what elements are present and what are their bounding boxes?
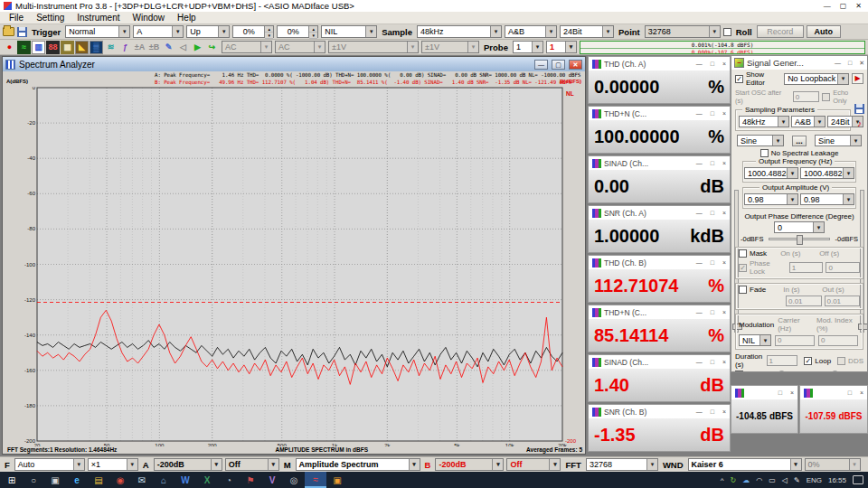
panel-maximize-icon[interactable]: □ [711, 408, 714, 415]
auto-button[interactable]: Auto [807, 25, 841, 38]
ddp-panel-titlebar[interactable]: SNR (Ch. B)—□× [589, 405, 730, 418]
panel-minimize-icon[interactable]: — [696, 160, 703, 166]
panel-close-icon[interactable]: × [860, 389, 863, 396]
wifi-icon[interactable]: ◠ [756, 476, 762, 484]
trigger-level-spinner[interactable]: 0%▴▾ [232, 25, 274, 38]
ddp-panel-titlebar[interactable]: SNR (Ch. A)—□× [589, 206, 730, 220]
store-icon[interactable]: ⌂ [153, 472, 175, 488]
b-range-dropdown[interactable]: -200dB [435, 458, 504, 471]
spinner-down-icon[interactable]: ▾ [309, 33, 317, 39]
panel-maximize-icon[interactable]: □ [711, 160, 714, 166]
ddp-panel-titlebar[interactable]: SINAD (Ch...—□× [589, 355, 730, 369]
trigger-source-dropdown[interactable]: A [133, 25, 184, 38]
ddp-panel-titlebar[interactable]: THD (Ch. A)—□× [589, 57, 730, 70]
open-icon[interactable] [3, 27, 14, 36]
app-maximize-icon[interactable]: ▢ [840, 2, 847, 10]
onedrive-icon[interactable]: ☁ [742, 476, 750, 484]
music-note-icon[interactable]: ♪ [857, 118, 862, 128]
spectrum-3d-plot-icon[interactable]: ◣ [75, 41, 89, 54]
menu-item-help[interactable]: Help [171, 13, 203, 23]
app-close-icon[interactable]: ✕ [855, 2, 862, 10]
siggen-close-icon[interactable]: ✕ [859, 60, 864, 67]
volume-icon[interactable]: ◁ [782, 476, 788, 484]
modulation-dropdown[interactable]: NIL [739, 334, 771, 346]
record-icon[interactable]: ● [3, 41, 16, 54]
panel-maximize-icon[interactable]: □ [711, 210, 714, 216]
menu-item-window[interactable]: Window [127, 13, 172, 23]
spectrum-window-titlebar[interactable]: Spectrum Analyzer — ▢ ✕ [3, 57, 585, 71]
package-icon[interactable]: ▣ [326, 472, 348, 488]
spinner-down-icon[interactable]: ▾ [265, 33, 273, 39]
menu-item-instrument[interactable]: Instrument [71, 13, 126, 23]
spectrogram-icon[interactable]: ▒ [90, 41, 103, 54]
ddp-small-b-titlebar[interactable]: □× [800, 386, 867, 399]
notification-center-icon[interactable] [853, 475, 863, 484]
spinner-up-icon[interactable]: ▴ [309, 26, 317, 33]
file-explorer-icon[interactable]: ▤ [88, 472, 109, 488]
signal-generator-titlebar[interactable]: ~ Signal Gener... — □ ✕ [731, 56, 867, 70]
waveform-b-dropdown[interactable]: Sine [815, 135, 862, 146]
panel-close-icon[interactable]: × [722, 309, 726, 315]
ddp-panel-titlebar[interactable]: SINAD (Ch...—□× [589, 156, 730, 170]
siggen-minimize-icon[interactable]: — [835, 60, 841, 66]
spectrum-close-icon[interactable]: ✕ [569, 60, 582, 70]
search-icon[interactable]: ○ [23, 472, 44, 488]
frequency-a-dropdown[interactable]: 1000.4882812 [744, 167, 798, 179]
excel-icon[interactable]: X [196, 472, 218, 488]
zoom-dropdown[interactable]: ×1 [88, 458, 138, 471]
amplitude-b-dropdown[interactable]: 0.98 [800, 193, 854, 205]
panel-minimize-icon[interactable]: — [696, 61, 703, 67]
menu-item-file[interactable]: File [3, 13, 30, 23]
points-dropdown[interactable]: 32768 [645, 25, 721, 38]
run-continuous-icon[interactable]: ↪ [205, 41, 219, 54]
edge-icon[interactable]: e [66, 472, 88, 488]
probe-a-dropdown[interactable]: 1 [513, 41, 543, 53]
panel-maximize-icon[interactable]: □ [711, 359, 714, 365]
panel-maximize-icon[interactable]: □ [711, 61, 714, 67]
panel-minimize-icon[interactable]: — [696, 359, 703, 365]
panel-maximize-icon[interactable]: □ [711, 259, 714, 266]
freq-axis-dropdown[interactable]: Auto [14, 458, 85, 471]
chrome-icon[interactable]: ◉ [109, 472, 131, 488]
panel-minimize-icon[interactable]: — [696, 210, 703, 216]
loop-checkbox[interactable] [804, 357, 812, 365]
spectrum-analyzer-icon[interactable]: ▥ [32, 41, 45, 54]
frequency-b-dropdown[interactable]: 1000.4882812 [800, 167, 854, 179]
panel-close-icon[interactable]: × [722, 259, 726, 266]
tray-expand-icon[interactable]: ^ [721, 476, 724, 484]
spectrum-restore-icon[interactable]: ▢ [552, 60, 565, 70]
fade-checkbox[interactable] [739, 286, 747, 294]
fft-size-dropdown[interactable]: 32768 [586, 458, 658, 471]
b-shift-dropdown[interactable]: Off [506, 458, 561, 471]
channels-dropdown[interactable]: A&B [505, 25, 557, 38]
sample-rate-dropdown[interactable]: 48kHz [417, 25, 502, 38]
spectrum-plot[interactable]: 20501002005001k2k5k10k20k0-20-40-60-80-1… [3, 87, 587, 446]
defender-icon[interactable]: ↻ [731, 476, 737, 484]
save-waveform-icon[interactable] [854, 104, 864, 114]
a-range-dropdown[interactable]: -200dB [154, 458, 222, 471]
oscilloscope-icon[interactable]: ≈ [17, 41, 31, 54]
no-spectral-leakage-checkbox[interactable] [760, 149, 769, 157]
trigger-delay-spinner[interactable]: 0%▴▾ [277, 25, 318, 38]
panel-close-icon[interactable]: × [790, 389, 794, 396]
pen-icon[interactable]: ✎ [794, 476, 800, 484]
clock[interactable]: 16:55 [828, 476, 846, 484]
roll-checkbox-box[interactable] [723, 28, 731, 36]
ddp-small-a-titlebar[interactable]: □× [731, 386, 797, 399]
waveform-a-dropdown[interactable]: Sine [737, 135, 784, 146]
probe-b-dropdown[interactable]: 1 [546, 41, 577, 53]
hpf-dropdown[interactable]: NIL [321, 25, 377, 38]
ddp-panel-titlebar[interactable]: THD (Ch. B)—□× [589, 256, 730, 269]
language-indicator[interactable]: ENG [807, 476, 822, 484]
generator-play-icon[interactable]: ▶ [852, 73, 863, 84]
sweep-checkbox[interactable] [735, 371, 743, 372]
data-logger-icon[interactable]: ≋ [104, 41, 118, 54]
waveform-more-button[interactable]: ... [792, 136, 807, 146]
ddp-panel-titlebar[interactable]: THD+N (C...—□× [589, 305, 730, 319]
roll-checkbox[interactable]: Roll [723, 27, 754, 37]
steam-icon[interactable]: ◔ [218, 472, 240, 488]
balance-slider[interactable] [769, 238, 829, 240]
word-icon[interactable]: W [175, 472, 196, 488]
spinner-up-icon[interactable]: ▴ [265, 26, 273, 33]
app-minimize-icon[interactable]: — [824, 2, 831, 10]
